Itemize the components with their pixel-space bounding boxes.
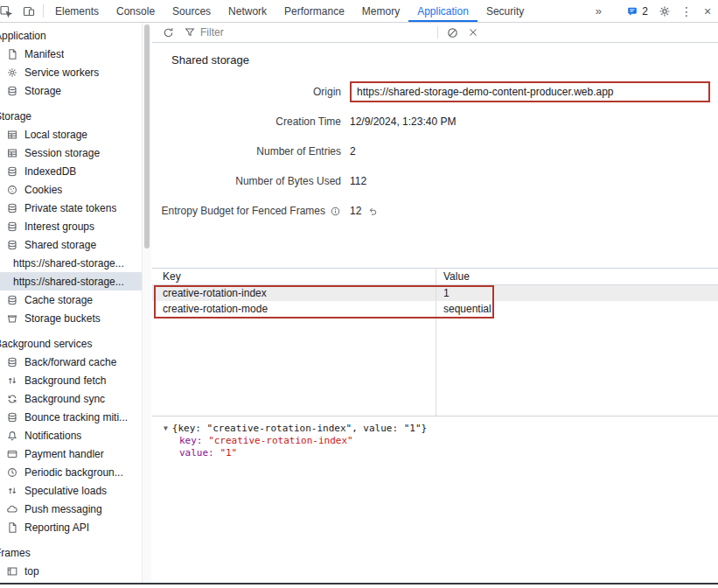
close-devtools-icon[interactable]: × (697, 0, 718, 22)
field-origin: Origin https://shared-storage-demo-conte… (152, 77, 718, 107)
column-header-value[interactable]: Value (436, 270, 718, 283)
cell-value: sequential (436, 303, 718, 315)
interest-groups-icon (6, 220, 18, 233)
panel-title: Shared storage (171, 53, 718, 66)
sidebar-item-label: Manifest (24, 48, 64, 60)
sidebar-item-label: Private state tokens (24, 202, 116, 214)
background-fetch-icon (6, 374, 18, 387)
sidebar-item-shared-storage[interactable]: Shared storage (0, 235, 150, 254)
creation-time-value: 12/9/2024, 1:23:40 PM (350, 116, 456, 128)
sidebar-item-label: Notifications (24, 430, 81, 442)
sidebar-section-application[interactable]: Application (0, 26, 150, 45)
more-tabs-button[interactable]: » (588, 0, 609, 22)
tab-elements[interactable]: Elements (46, 0, 108, 22)
sidebar-item-top-frame[interactable]: top (0, 562, 150, 580)
local-storage-icon (6, 129, 18, 141)
tab-application[interactable]: Application (408, 0, 478, 22)
tab-performance[interactable]: Performance (275, 0, 353, 22)
preview-value-name: value: (179, 447, 214, 458)
issues-icon (626, 5, 638, 18)
reporting-api-icon (6, 522, 18, 534)
sidebar-item-notifications[interactable]: Notifications (0, 426, 150, 444)
sidebar-item-back-forward-cache[interactable]: Back/forward cache (0, 353, 150, 371)
sidebar-item-label: Storage buckets (24, 312, 101, 325)
sidebar-item-shared-storage-origin-1[interactable]: https://shared-storage... (0, 254, 150, 272)
sidebar-item-local-storage[interactable]: Local storage (0, 125, 150, 144)
entropy-value: 12 (350, 205, 361, 217)
field-entropy-budget: Entropy Budget for Fenced Frames 12 (152, 196, 718, 226)
expand-triangle-icon[interactable]: ▼ (164, 423, 168, 435)
column-header-key[interactable]: Key (152, 270, 436, 283)
cache-storage-icon (6, 294, 18, 306)
private-state-tokens-icon (6, 202, 18, 214)
sidebar-item-private-state-tokens[interactable]: Private state tokens (0, 199, 150, 217)
preview-value-value: "1" (220, 447, 237, 458)
sidebar-item-label: Push messaging (24, 503, 102, 515)
inspect-element-icon[interactable] (0, 0, 17, 22)
scrollbar-thumb[interactable] (144, 24, 150, 248)
cell-value: 1 (436, 287, 718, 299)
cell-key: creative-rotation-index (152, 287, 436, 299)
background-sync-icon (6, 393, 18, 405)
payment-handler-icon (6, 448, 18, 460)
device-toolbar-icon[interactable] (17, 0, 40, 22)
tab-sources[interactable]: Sources (164, 0, 220, 22)
manifest-icon (6, 48, 18, 60)
tab-security[interactable]: Security (478, 0, 533, 22)
bytes-used-label: Number of Bytes Used (235, 175, 341, 187)
sidebar-section-frames[interactable]: Frames (0, 543, 150, 562)
sidebar-item-storage[interactable]: Storage (0, 81, 150, 100)
application-sidebar: Application Manifest Service workers Sto… (0, 23, 151, 583)
storage-buckets-icon (6, 312, 18, 325)
sidebar-item-speculative-loads[interactable]: Speculative loads (0, 481, 150, 500)
sidebar-item-indexeddb[interactable]: IndexedDB (0, 162, 150, 180)
sidebar-item-interest-groups[interactable]: Interest groups (0, 217, 150, 235)
sidebar-item-storage-buckets[interactable]: Storage buckets (0, 309, 150, 327)
sidebar-item-manifest[interactable]: Manifest (0, 45, 150, 63)
filter-input[interactable] (200, 26, 410, 38)
column-divider[interactable] (436, 269, 436, 416)
service-workers-icon (6, 66, 18, 79)
origin-value-text: https://shared-storage-demo-content-prod… (357, 86, 614, 98)
clear-all-icon[interactable] (442, 23, 463, 42)
delete-selected-icon[interactable] (463, 23, 484, 42)
sidebar-section-background-services[interactable]: Background services (0, 334, 150, 353)
sidebar-item-bounce-tracking-mitigations[interactable]: Bounce tracking miti... (0, 408, 150, 426)
info-icon[interactable] (330, 206, 341, 217)
sidebar-item-reporting-api[interactable]: Reporting API (0, 518, 150, 536)
sidebar-item-cache-storage[interactable]: Cache storage (0, 290, 150, 309)
sidebar-item-label: Periodic backgroun... (24, 466, 123, 479)
devtools-tabbar: Elements Console Sources Network Perform… (0, 0, 718, 23)
sidebar-item-label: https://shared-storage... (13, 276, 124, 288)
periodic-background-sync-icon (6, 466, 18, 479)
window-bottom-edge (0, 583, 718, 584)
settings-gear-icon[interactable] (653, 0, 676, 22)
sidebar-item-label: Reporting API (24, 522, 89, 534)
sidebar-section-storage[interactable]: Storage (0, 107, 150, 125)
sidebar-item-label: top (24, 565, 39, 578)
tab-console[interactable]: Console (108, 0, 164, 22)
tab-network[interactable]: Network (220, 0, 275, 22)
refresh-icon[interactable] (157, 23, 178, 42)
sidebar-item-push-messaging[interactable]: Push messaging (0, 500, 150, 518)
sidebar-item-session-storage[interactable]: Session storage (0, 144, 150, 162)
sidebar-item-background-fetch[interactable]: Background fetch (0, 371, 150, 389)
tab-memory[interactable]: Memory (353, 0, 408, 22)
preview-entry: value: "1" (164, 447, 718, 459)
sidebar-item-cookies[interactable]: Cookies (0, 180, 150, 199)
kebab-menu-icon[interactable]: ⋮ (676, 0, 697, 22)
push-messaging-icon (6, 503, 18, 515)
sidebar-item-shared-storage-origin-2[interactable]: https://shared-storage... (0, 272, 150, 290)
shared-storage-icon (6, 239, 18, 251)
sidebar-scrollbar[interactable] (142, 23, 151, 583)
reset-budget-icon[interactable] (367, 206, 379, 217)
sidebar-item-payment-handler[interactable]: Payment handler (0, 444, 150, 463)
field-number-of-entries: Number of Entries 2 (152, 136, 718, 166)
sidebar-item-service-workers[interactable]: Service workers (0, 63, 150, 81)
sidebar-item-label: Background fetch (24, 374, 106, 387)
sidebar-item-background-sync[interactable]: Background sync (0, 389, 150, 408)
creation-time-label: Creation Time (275, 116, 341, 128)
issues-button[interactable]: 2 (621, 0, 653, 22)
sidebar-item-periodic-background-sync[interactable]: Periodic backgroun... (0, 463, 150, 481)
bounce-tracking-icon (6, 411, 18, 424)
